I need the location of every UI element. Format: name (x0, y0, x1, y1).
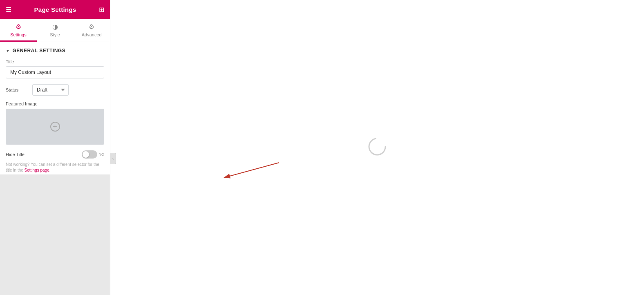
main-content: @keyframes spin { to { transform: rotate… (110, 0, 644, 295)
toggle-track[interactable] (82, 150, 97, 159)
hamburger-icon[interactable]: ☰ (6, 6, 11, 13)
collapse-handle[interactable]: ‹ (110, 153, 116, 164)
tab-advanced-label: Advanced (82, 32, 102, 37)
style-icon: ◑ (52, 23, 58, 31)
svg-point-0 (369, 139, 385, 155)
panel-footer (0, 174, 110, 295)
toggle-thumb (83, 151, 89, 158)
tab-settings-label: Settings (10, 32, 27, 37)
help-text-part2: . (49, 168, 51, 172)
settings-icon: ⚙ (16, 23, 21, 31)
hide-title-help: Not working? You can set a different sel… (6, 162, 104, 173)
settings-page-link[interactable]: Settings page (25, 168, 49, 172)
page-title: Page Settings (34, 6, 76, 13)
tabs-bar: ⚙ Settings ◑ Style ⚙ Advanced (0, 19, 110, 42)
help-text-part1: Not working? You can set a different sel… (6, 162, 99, 172)
featured-image-label: Featured Image (6, 101, 104, 106)
featured-image-box[interactable]: + (6, 109, 104, 145)
svg-line-1 (225, 163, 279, 177)
status-row: Status Draft Published Private (6, 84, 104, 96)
tab-settings[interactable]: ⚙ Settings (0, 19, 37, 42)
status-select[interactable]: Draft Published Private (32, 84, 69, 96)
title-field-group: Title (6, 59, 104, 78)
advanced-icon: ⚙ (89, 23, 94, 31)
panel-content: ▼ General Settings Title Status Draft Pu… (0, 42, 110, 174)
loading-spinner: @keyframes spin { to { transform: rotate… (367, 136, 387, 157)
title-label: Title (6, 59, 104, 64)
tab-style-label: Style (50, 32, 60, 37)
add-image-icon: + (50, 122, 60, 132)
annotation-arrow (186, 159, 300, 192)
hide-title-toggle[interactable]: NO (82, 150, 105, 159)
hide-title-label: Hide Title (6, 152, 25, 157)
toggle-no-label: NO (99, 152, 105, 156)
title-input[interactable] (6, 66, 104, 78)
tab-style[interactable]: ◑ Style (37, 19, 74, 42)
grid-icon[interactable]: ⊞ (99, 6, 104, 13)
hide-title-row: Hide Title NO (6, 150, 104, 159)
section-collapse-icon[interactable]: ▼ (6, 49, 10, 53)
section-title: General Settings (12, 48, 65, 54)
sidebar-header: ☰ Page Settings ⊞ (0, 0, 110, 19)
general-settings-header: ▼ General Settings (6, 48, 104, 54)
tab-advanced[interactable]: ⚙ Advanced (73, 19, 110, 42)
status-label: Status (6, 87, 28, 92)
